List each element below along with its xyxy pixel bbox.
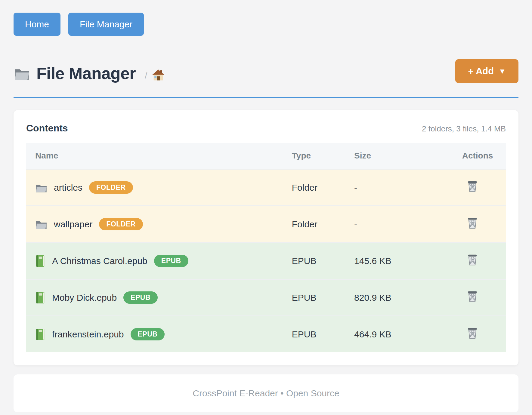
trash-icon xyxy=(467,180,478,192)
item-name: frankenstein.epub xyxy=(52,329,124,340)
folder-badge: FOLDER xyxy=(99,218,143,230)
breadcrumb-separator: / xyxy=(145,70,147,81)
file-manager-button[interactable]: File Manager xyxy=(68,13,144,36)
page-header: File Manager / + Add ▼ xyxy=(14,63,518,83)
file-link-frankenstein[interactable]: frankenstein.epub EPUB xyxy=(35,328,283,340)
folder-badge: FOLDER xyxy=(89,181,133,194)
folder-link-wallpaper[interactable]: wallpaper FOLDER xyxy=(35,218,283,230)
contents-card-header: Contents 2 folders, 3 files, 1.4 MB xyxy=(26,123,506,134)
footer: CrossPoint E-Reader • Open Source xyxy=(14,374,518,412)
trash-icon xyxy=(467,217,478,229)
trash-icon xyxy=(467,290,478,303)
book-icon xyxy=(35,255,45,267)
item-type: EPUB xyxy=(283,316,345,352)
delete-button[interactable] xyxy=(467,290,478,303)
table-row-wallpaper: wallpaper FOLDER Folder - xyxy=(26,206,506,243)
epub-badge: EPUB xyxy=(131,328,165,340)
folder-icon xyxy=(35,182,47,193)
top-nav: Home File Manager xyxy=(14,13,518,36)
table-row-moby-dick: Moby Dick.epub EPUB EPUB 820.9 KB xyxy=(26,279,506,316)
item-size: 145.6 KB xyxy=(345,243,453,279)
add-button-label: + Add xyxy=(468,66,494,77)
file-manager-page: Home File Manager File Manager / + Add ▼… xyxy=(0,0,532,412)
chevron-down-icon: ▼ xyxy=(499,67,506,75)
column-header-actions: Actions xyxy=(453,143,506,169)
item-name: A Christmas Carol.epub xyxy=(52,256,147,266)
trash-icon xyxy=(467,327,478,339)
delete-button[interactable] xyxy=(467,327,478,339)
item-type: EPUB xyxy=(283,243,345,279)
delete-button[interactable] xyxy=(467,254,478,266)
delete-button[interactable] xyxy=(467,180,478,192)
item-size: - xyxy=(345,206,453,243)
table-row-frankenstein: frankenstein.epub EPUB EPUB 464.9 KB xyxy=(26,316,506,352)
house-icon[interactable] xyxy=(152,69,165,81)
epub-badge: EPUB xyxy=(123,291,158,304)
folder-link-articles[interactable]: articles FOLDER xyxy=(35,181,283,194)
home-button[interactable]: Home xyxy=(14,13,60,36)
file-table: Name Type Size Actions articles FOLDER xyxy=(26,143,506,352)
folder-icon xyxy=(14,66,30,81)
item-size: - xyxy=(345,169,453,206)
header-divider xyxy=(14,97,518,98)
trash-icon xyxy=(467,254,478,266)
page-title: File Manager xyxy=(36,64,136,83)
item-name: articles xyxy=(54,183,82,193)
item-name: wallpaper xyxy=(54,219,92,229)
folder-icon xyxy=(35,219,47,230)
item-size: 820.9 KB xyxy=(345,279,453,316)
file-table-header: Name Type Size Actions xyxy=(26,143,506,169)
contents-summary: 2 folders, 3 files, 1.4 MB xyxy=(422,124,506,134)
table-row-christmas-carol: A Christmas Carol.epub EPUB EPUB 145.6 K… xyxy=(26,243,506,279)
item-type: Folder xyxy=(283,169,345,206)
epub-badge: EPUB xyxy=(154,255,188,267)
item-name: Moby Dick.epub xyxy=(52,293,117,303)
item-type: EPUB xyxy=(283,279,345,316)
column-header-name: Name xyxy=(26,143,283,169)
table-row-articles: articles FOLDER Folder - xyxy=(26,169,506,206)
item-size: 464.9 KB xyxy=(345,316,453,352)
book-icon xyxy=(35,328,45,340)
contents-card: Contents 2 folders, 3 files, 1.4 MB Name… xyxy=(14,110,518,365)
footer-text: CrossPoint E-Reader • Open Source xyxy=(193,388,339,398)
contents-title: Contents xyxy=(26,123,68,134)
delete-button[interactable] xyxy=(467,217,478,229)
item-type: Folder xyxy=(283,206,345,243)
column-header-type: Type xyxy=(283,143,345,169)
add-button[interactable]: + Add ▼ xyxy=(455,59,518,83)
book-icon xyxy=(35,292,45,304)
file-link-christmas-carol[interactable]: A Christmas Carol.epub EPUB xyxy=(35,255,283,267)
file-link-moby-dick[interactable]: Moby Dick.epub EPUB xyxy=(35,291,283,304)
column-header-size: Size xyxy=(345,143,453,169)
